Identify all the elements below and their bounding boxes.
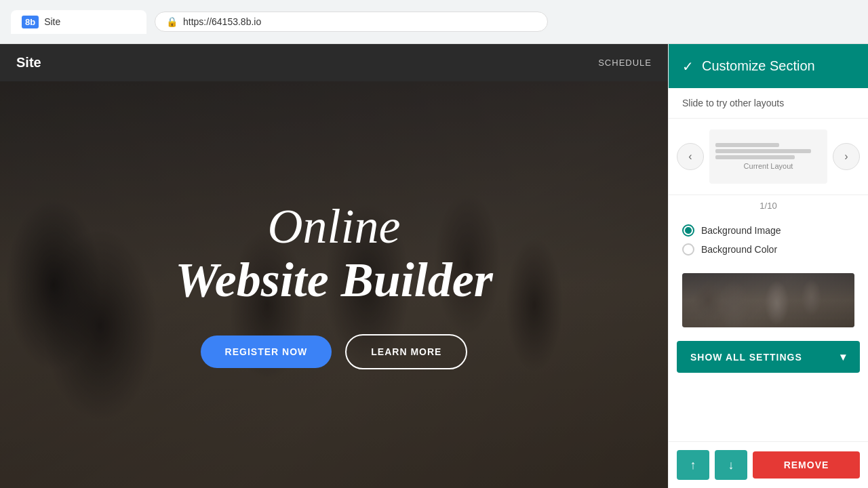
tab-logo: 8b xyxy=(22,16,39,28)
address-bar[interactable]: 🔒 https://64153.8b.io xyxy=(155,12,548,32)
website-preview: Site SCHEDULE Online Website Builder REG… xyxy=(0,44,668,488)
move-up-button[interactable]: ↑ xyxy=(677,450,709,480)
bg-image-option[interactable]: Background Image xyxy=(682,224,854,237)
layout-line-3 xyxy=(715,155,795,159)
down-arrow-icon: ↓ xyxy=(728,458,734,472)
main-area: Site SCHEDULE Online Website Builder REG… xyxy=(0,44,868,488)
layout-counter: 1/10 xyxy=(669,195,868,216)
bg-image-inner xyxy=(682,273,854,327)
show-all-settings-button[interactable]: SHOW ALL SETTINGS ▾ xyxy=(677,341,860,373)
bg-color-radio[interactable] xyxy=(682,243,694,256)
nav-links: SCHEDULE xyxy=(598,58,652,68)
learn-more-button[interactable]: LEARN MORE xyxy=(345,334,467,369)
layout-lines xyxy=(715,143,822,159)
prev-icon: ‹ xyxy=(688,150,692,163)
hero-content: Online Website Builder REGISTER NOW LEAR… xyxy=(0,81,668,488)
nav-link-schedule[interactable]: SCHEDULE xyxy=(598,58,652,68)
panel-subtitle: Slide to try other layouts xyxy=(669,88,868,119)
bg-color-label: Background Color xyxy=(701,244,777,255)
hero-title-line2: Website Builder xyxy=(175,253,493,307)
bg-image-preview[interactable] xyxy=(682,273,854,327)
site-navbar: Site SCHEDULE xyxy=(0,44,668,81)
chevron-down-icon: ▾ xyxy=(840,350,846,363)
layout-preview: Current Layout xyxy=(709,129,827,184)
show-settings-label: SHOW ALL SETTINGS xyxy=(690,352,802,363)
bg-image-label: Background Image xyxy=(701,225,781,236)
move-down-button[interactable]: ↓ xyxy=(715,450,747,480)
hero-buttons: REGISTER NOW LEARN MORE xyxy=(201,334,468,369)
panel-options: Background Image Background Color xyxy=(669,216,868,270)
panel-spacer xyxy=(669,378,868,441)
prev-layout-button[interactable]: ‹ xyxy=(677,143,704,170)
bg-image-radio[interactable] xyxy=(682,224,694,237)
current-layout-label: Current Layout xyxy=(744,162,793,170)
customize-panel: ✓ Customize Section Slide to try other l… xyxy=(668,44,868,488)
browser-tab[interactable]: 8b Site xyxy=(11,10,146,34)
register-now-button[interactable]: REGISTER NOW xyxy=(201,336,332,368)
lock-icon: 🔒 xyxy=(166,16,178,27)
layout-slider: ‹ Current Layout › xyxy=(669,119,868,195)
browser-bar: 8b Site 🔒 https://64153.8b.io xyxy=(0,0,868,44)
next-icon: › xyxy=(844,150,848,163)
up-arrow-icon: ↑ xyxy=(690,458,696,472)
url-text: https://64153.8b.io xyxy=(183,16,261,27)
site-logo: Site xyxy=(16,55,41,70)
panel-title: Customize Section xyxy=(702,58,815,74)
tab-title: Site xyxy=(44,16,60,27)
next-layout-button[interactable]: › xyxy=(833,143,860,170)
check-icon: ✓ xyxy=(682,58,694,75)
hero-section: Online Website Builder REGISTER NOW LEAR… xyxy=(0,81,668,488)
layout-line-2 xyxy=(715,149,811,153)
remove-button[interactable]: REMOVE xyxy=(753,451,860,479)
bg-color-option[interactable]: Background Color xyxy=(682,243,854,256)
layout-line-1 xyxy=(715,143,779,147)
panel-header: ✓ Customize Section xyxy=(669,44,868,88)
panel-footer: ↑ ↓ REMOVE xyxy=(669,441,868,488)
hero-title-line1: Online xyxy=(268,200,401,253)
